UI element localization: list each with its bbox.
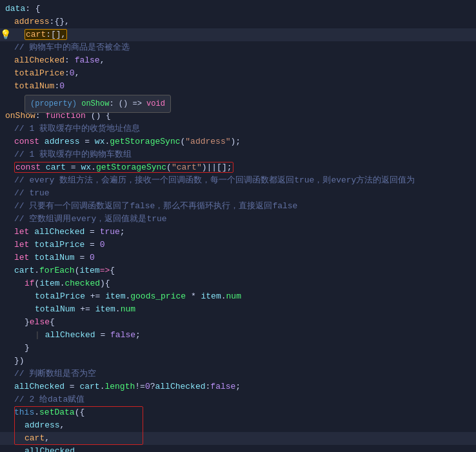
code-line: cart.forEach(item=>{ — [0, 264, 476, 277]
code-line: // 1 获取缓存中的购物车数组 — [0, 148, 476, 161]
code-line-setdata: this.setData({ — [0, 406, 476, 419]
code-line: | allChecked = false; — [0, 329, 476, 342]
code-line: // 购物车中的商品是否被全选 — [0, 41, 476, 54]
code-line: data: { — [0, 3, 476, 15]
code-line-tooltip: (property) onShow: () => void — [0, 93, 476, 110]
tooltip-box: (property) onShow: () => void — [25, 95, 171, 113]
code-line: }) — [0, 355, 476, 368]
code-line: let totalNum = 0 — [0, 251, 476, 264]
code-line: // 判断数组是否为空 — [0, 368, 476, 380]
code-line-const-cart: const cart = wx.getStorageSync("cart")||… — [0, 161, 476, 174]
code-line: allChecked, — [0, 445, 476, 452]
code-line: allChecked = cart.length!=0?allChecked:f… — [0, 380, 476, 393]
code-line: totalPrice += item.goods_price * item.nu… — [0, 290, 476, 303]
code-line-cart: 💡 cart:[], — [0, 28, 476, 41]
code-line: totalNum:0 — [0, 80, 476, 93]
code-line: // every 数组方法，会遍历，接收一个回调函数，每一个回调函数都返回tru… — [0, 174, 476, 187]
code-line: // 2 给data赋值 — [0, 393, 476, 406]
code-line: totalNum += item.num — [0, 303, 476, 316]
code-line: const address = wx.getStorageSync("addre… — [0, 135, 476, 148]
code-line: if(item.checked){ — [0, 277, 476, 290]
code-line: address, — [0, 419, 476, 432]
code-editor: data: { address:{}, 💡 cart:[], // 购物车中的商… — [0, 0, 476, 452]
code-line-cart-2: cart, — [0, 432, 476, 445]
code-line: totalPrice:0, — [0, 67, 476, 80]
code-line: let allChecked = true; — [0, 226, 476, 239]
code-line: } — [0, 342, 476, 355]
code-line: // true — [0, 187, 476, 200]
code-line: address:{}, — [0, 15, 476, 28]
code-line: // 只要有一个回调函数返回了false，那么不再循环执行，直接返回false — [0, 200, 476, 213]
code-line: allChecked: false, — [0, 54, 476, 67]
bulb-icon: 💡 — [0, 28, 11, 41]
code-line: // 1 获取缓存中的收货地址信息 — [0, 123, 476, 135]
code-line: let totalPrice = 0 — [0, 239, 476, 251]
tooltip-text: (property) onShow: () => void — [30, 99, 165, 108]
code-line: }else{ — [0, 316, 476, 329]
code-line: // 空数组调用every，返回值就是true — [0, 213, 476, 226]
